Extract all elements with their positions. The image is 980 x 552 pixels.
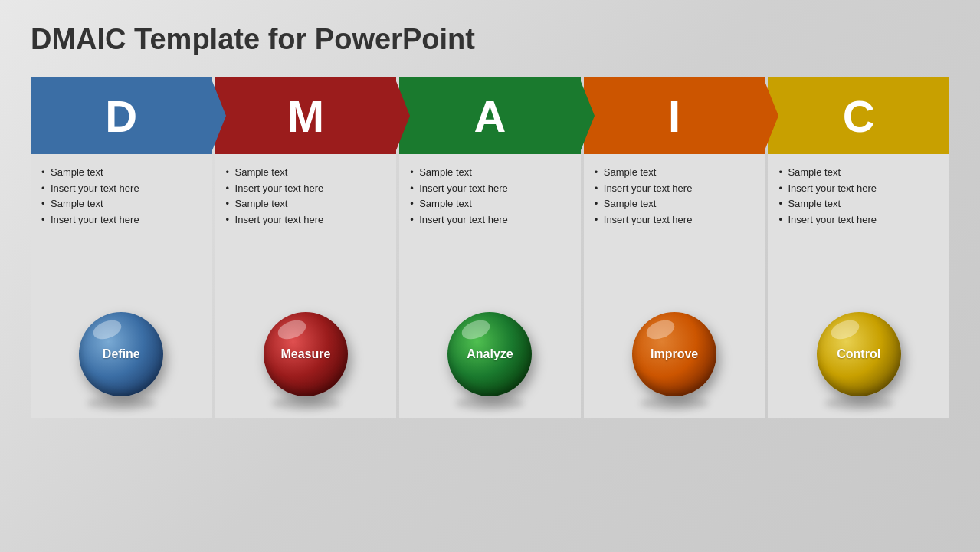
list-item: Insert your text here <box>778 212 939 228</box>
ball-wrapper-a: Analyze <box>447 312 532 410</box>
ball-shadow-d <box>87 396 156 410</box>
content-area-d: Sample textInsert your text hereSample t… <box>31 154 212 300</box>
page-title: DMAIC Template for PowerPoint <box>31 23 949 56</box>
arrow-header-a: A <box>399 77 581 154</box>
ball-shadow-i <box>640 396 709 410</box>
arrow-header-c: C <box>768 77 949 154</box>
arrow-header-i: I <box>584 77 765 154</box>
arrow-body-a: A <box>399 77 581 154</box>
list-item: Sample text <box>778 196 939 212</box>
content-area-i: Sample textInsert your text hereSample t… <box>584 154 765 300</box>
arrow-letter-i: I <box>668 90 680 142</box>
content-area-m: Sample textInsert your text hereSample t… <box>215 154 397 300</box>
column-d: DSample textInsert your text hereSample … <box>31 77 212 418</box>
list-item: Sample text <box>226 196 386 212</box>
ball-container-d: Define <box>31 300 212 418</box>
column-i: ISample textInsert your text hereSample … <box>584 77 765 418</box>
list-item: Sample text <box>595 196 755 212</box>
arrow-body-i: I <box>584 77 765 154</box>
list-item: Sample text <box>41 165 202 180</box>
ball-a: Analyze <box>447 312 532 396</box>
list-item: Sample text <box>226 165 386 180</box>
list-item: Sample text <box>595 165 755 180</box>
ball-c: Control <box>817 312 901 396</box>
arrow-letter-d: D <box>105 90 137 142</box>
list-item: Insert your text here <box>41 181 202 196</box>
list-item: Sample text <box>41 196 202 212</box>
list-item: Sample text <box>410 196 570 212</box>
list-item: Insert your text here <box>595 181 755 196</box>
ball-wrapper-c: Control <box>817 312 901 410</box>
ball-d: Define <box>79 312 163 396</box>
column-c: CSample textInsert your text hereSample … <box>768 77 949 418</box>
ball-shadow-m <box>271 396 340 410</box>
ball-container-i: Improve <box>584 300 765 418</box>
ball-container-a: Analyze <box>399 300 581 418</box>
ball-shadow-c <box>824 396 893 410</box>
column-m: MSample textInsert your text hereSample … <box>215 77 397 418</box>
list-item: Sample text <box>778 165 939 180</box>
ball-wrapper-i: Improve <box>632 312 716 410</box>
arrow-body-c: C <box>768 77 949 154</box>
ball-shadow-a <box>455 396 524 410</box>
content-area-c: Sample textInsert your text hereSample t… <box>768 154 949 300</box>
list-item: Insert your text here <box>410 212 570 228</box>
list-item: Sample text <box>410 165 570 180</box>
ball-m: Measure <box>264 312 348 396</box>
ball-container-m: Measure <box>215 300 397 418</box>
list-item: Insert your text here <box>778 181 939 196</box>
list-item: Insert your text here <box>410 181 570 196</box>
dmaic-container: DSample textInsert your text hereSample … <box>31 77 949 537</box>
ball-wrapper-d: Define <box>79 312 163 410</box>
list-item: Insert your text here <box>595 212 755 228</box>
ball-i: Improve <box>632 312 716 396</box>
arrow-body-d: D <box>31 77 212 154</box>
arrow-letter-m: M <box>287 90 324 142</box>
ball-wrapper-m: Measure <box>264 312 348 410</box>
arrow-body-m: M <box>215 77 397 154</box>
list-item: Insert your text here <box>226 212 386 228</box>
list-item: Insert your text here <box>226 181 386 196</box>
arrow-header-d: D <box>31 77 212 154</box>
arrow-header-m: M <box>215 77 397 154</box>
content-area-a: Sample textInsert your text hereSample t… <box>399 154 581 300</box>
list-item: Insert your text here <box>41 212 202 228</box>
arrow-letter-a: A <box>474 90 506 142</box>
arrow-letter-c: C <box>843 90 875 142</box>
column-a: ASample textInsert your text hereSample … <box>399 77 581 418</box>
ball-container-c: Control <box>768 300 949 418</box>
